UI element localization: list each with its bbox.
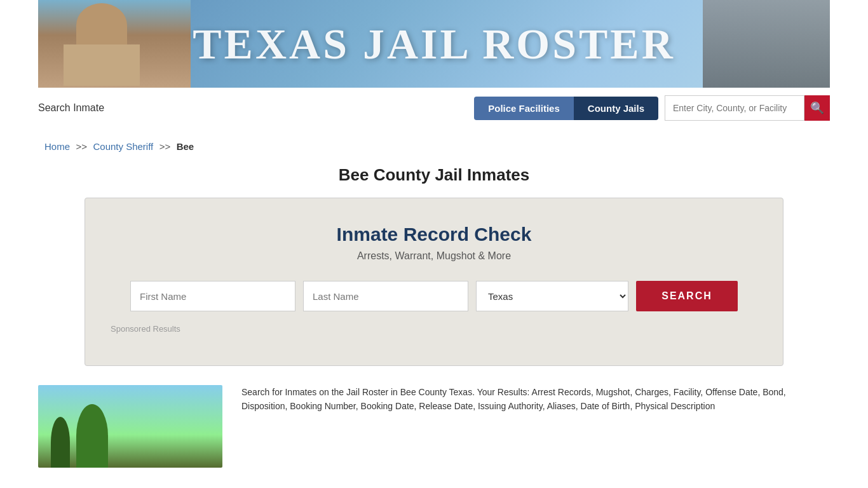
facility-search-button[interactable]: 🔍 — [804, 95, 830, 121]
police-facilities-button[interactable]: Police Facilities — [474, 97, 574, 120]
site-title: Texas Jail Roster — [193, 19, 675, 69]
search-inmate-label: Search Inmate — [38, 102, 104, 114]
record-check-box: Inmate Record Check Arrests, Warrant, Mu… — [85, 198, 783, 366]
nav-bar: Search Inmate Police Facilities County J… — [38, 88, 830, 128]
county-jails-button[interactable]: County Jails — [574, 97, 658, 120]
tree-shape-1 — [51, 417, 70, 468]
nav-search-wrap: 🔍 — [665, 95, 830, 121]
sponsored-label: Sponsored Results — [111, 324, 757, 334]
dome-shape — [76, 3, 127, 48]
bottom-section: Search for Inmates on the Jail Roster in… — [38, 385, 830, 487]
tree-shape-2 — [76, 404, 108, 468]
capitol-illustration — [38, 0, 191, 88]
building-body — [64, 44, 140, 86]
header-banner: Texas Jail Roster — [38, 0, 830, 88]
breadcrumb-home[interactable]: Home — [44, 141, 70, 152]
state-select[interactable]: AlabamaAlaskaArizonaArkansasCaliforniaCo… — [476, 281, 628, 311]
first-name-input[interactable] — [130, 281, 295, 311]
record-check-form: AlabamaAlaskaArizonaArkansasCaliforniaCo… — [111, 281, 757, 311]
nav-buttons: Police Facilities County Jails 🔍 — [474, 95, 830, 121]
bottom-description: Search for Inmates on the Jail Roster in… — [241, 385, 830, 468]
page-title: Bee County Jail Inmates — [0, 165, 868, 185]
county-image — [38, 385, 222, 468]
breadcrumb-sep-2: >> — [159, 141, 171, 152]
page-title-wrap: Bee County Jail Inmates — [0, 165, 868, 185]
breadcrumb-current: Bee — [177, 141, 194, 152]
facility-search-input[interactable] — [665, 95, 804, 121]
breadcrumb-county-sheriff[interactable]: County Sheriff — [93, 141, 153, 152]
breadcrumb-sep-1: >> — [76, 141, 87, 152]
record-check-subtitle: Arrests, Warrant, Mugshot & More — [111, 250, 757, 262]
record-check-title: Inmate Record Check — [111, 224, 757, 245]
search-icon: 🔍 — [810, 101, 824, 115]
inmate-search-button[interactable]: SEARCH — [636, 281, 738, 311]
last-name-input[interactable] — [303, 281, 468, 311]
keys-illustration — [703, 0, 830, 88]
breadcrumb: Home >> County Sheriff >> Bee — [38, 128, 830, 159]
